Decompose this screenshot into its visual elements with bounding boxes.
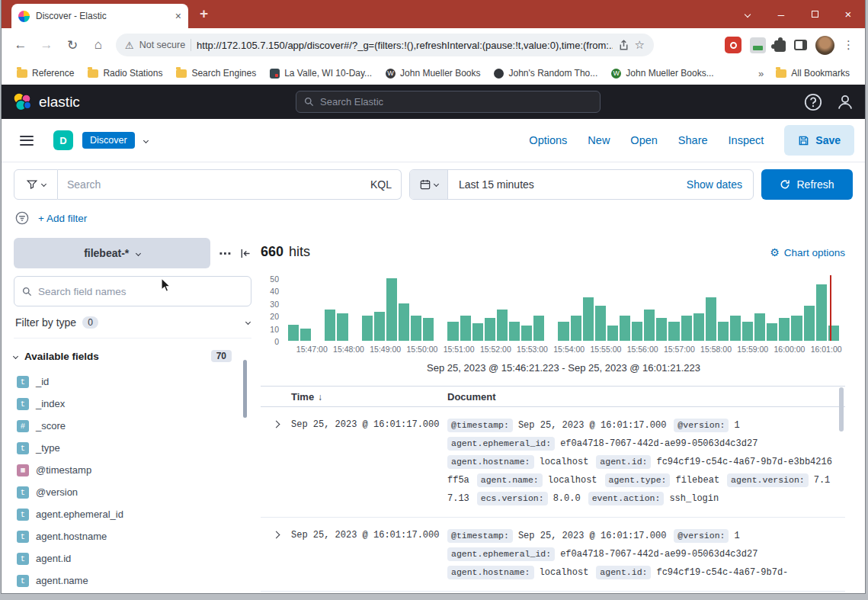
date-quick-select-button[interactable] [410, 170, 448, 199]
profile-avatar[interactable] [815, 36, 834, 55]
chart-options-button[interactable]: ⚙ Chart options [770, 246, 845, 258]
field-search-box[interactable] [14, 276, 251, 306]
histogram-chart[interactable]: 01020304050 15:47:0015:48:0015:49:0015:5… [261, 269, 845, 355]
time-column-header[interactable]: Time↓ [291, 391, 447, 403]
field-item[interactable]: #_score [14, 415, 251, 437]
add-filter-link[interactable]: + Add filter [38, 213, 87, 224]
field-name-badge[interactable]: agent.hostname: [447, 455, 534, 469]
extensions-puzzle-icon[interactable] [774, 40, 786, 52]
save-button[interactable]: Save [784, 125, 854, 156]
help-icon[interactable] [804, 93, 822, 111]
histogram-bar [791, 316, 802, 341]
field-name-badge[interactable]: agent.id: [596, 455, 651, 469]
side-panel-icon[interactable] [794, 40, 807, 50]
new-tab-button[interactable]: + [200, 5, 208, 22]
field-name-badge[interactable]: @version: [674, 419, 729, 432]
saved-query-menu-button[interactable] [14, 169, 58, 200]
field-item[interactable]: tagent.hostname [14, 525, 251, 547]
field-name-badge[interactable]: agent.version: [727, 473, 809, 487]
browser-menu-button[interactable]: ⋮ [843, 38, 854, 52]
home-button[interactable]: ⌂ [85, 32, 111, 58]
bookmark-item[interactable]: Search Engines [170, 66, 262, 81]
time-range-value[interactable]: Last 15 minutes [448, 178, 676, 191]
field-name-badge[interactable]: @version: [674, 529, 729, 543]
index-pattern-select[interactable]: filebeat-* [14, 238, 210, 268]
nav-link-options[interactable]: Options [529, 134, 567, 146]
field-name-badge[interactable]: agent.type: [605, 473, 671, 487]
field-item[interactable]: ▦@timestamp [14, 459, 251, 481]
field-name-badge[interactable]: agent.ephemeral_id: [447, 437, 555, 451]
field-name-badge[interactable]: agent.id: [596, 566, 651, 579]
field-name-badge[interactable]: agent.name: [477, 473, 543, 487]
user-menu-icon[interactable] [836, 93, 854, 111]
minimize-button[interactable]: – [764, 0, 798, 28]
bookmark-item[interactable]: Reference [11, 66, 80, 81]
field-item[interactable]: tagent.name [14, 570, 251, 592]
breadcrumb-chevron-icon[interactable] [143, 137, 149, 143]
field-name-badge[interactable]: ecs.version: [477, 492, 548, 505]
bookmarks-overflow-chevron[interactable]: » [752, 68, 770, 79]
field-name-badge[interactable]: event.action: [588, 492, 665, 505]
query-input-box[interactable]: KQL [58, 169, 402, 200]
field-item[interactable]: t_id [14, 371, 251, 393]
field-item[interactable]: t_index [14, 393, 251, 415]
adblock-extension-icon[interactable] [725, 37, 741, 53]
app-breadcrumb-badge[interactable]: Discover [82, 132, 135, 149]
filters-circle-icon[interactable] [15, 211, 29, 225]
field-item[interactable]: t@version [14, 481, 251, 503]
nav-link-new[interactable]: New [588, 134, 610, 146]
global-search-box[interactable] [296, 91, 601, 113]
reload-button[interactable]: ↻ [59, 32, 85, 58]
field-name-badge[interactable]: agent.ephemeral_id: [447, 547, 555, 561]
nav-link-open[interactable]: Open [630, 134, 657, 146]
field-name: @timestamp [36, 464, 91, 476]
elastic-logo[interactable]: elastic [12, 92, 80, 111]
bookmark-star-icon[interactable]: ☆ [635, 38, 645, 52]
menu-hamburger-icon[interactable] [20, 136, 34, 146]
histogram-bar [595, 306, 606, 341]
back-button[interactable]: ← [8, 32, 34, 58]
expand-row-button[interactable] [261, 416, 291, 427]
weather-icon [270, 69, 280, 79]
wordpress-icon: W [386, 69, 396, 79]
browser-tab[interactable]: Discover - Elastic × [11, 4, 188, 28]
bookmark-item[interactable]: John's Random Tho... [488, 66, 604, 81]
sidebar-scrollbar[interactable] [243, 360, 247, 418]
forward-button[interactable]: → [34, 32, 59, 58]
collapse-sidebar-icon[interactable] [240, 248, 251, 259]
close-button[interactable]: × [831, 0, 865, 28]
nav-link-share[interactable]: Share [678, 134, 708, 146]
field-name-badge[interactable]: agent.hostname: [447, 566, 534, 579]
field-item[interactable]: tagent.ephemeral_id [14, 503, 251, 525]
results-scrollbar[interactable] [839, 387, 844, 432]
expand-row-button[interactable] [261, 527, 291, 537]
share-icon[interactable] [618, 40, 629, 51]
maximize-button[interactable] [798, 0, 831, 28]
tab-search-chevron-icon[interactable] [731, 0, 764, 28]
bookmark-item[interactable]: WJohn Mueller Books [380, 66, 486, 81]
field-name-badge[interactable]: @timestamp: [447, 529, 513, 543]
nav-link-inspect[interactable]: Inspect [729, 134, 764, 146]
refresh-button[interactable]: Refresh [761, 169, 853, 200]
query-language-label[interactable]: KQL [370, 178, 392, 191]
y-tick-label: 40 [270, 287, 279, 296]
space-avatar[interactable]: D [53, 130, 73, 150]
field-item[interactable]: tagent.id [14, 547, 251, 570]
tab-close-icon[interactable]: × [175, 11, 181, 21]
query-input[interactable] [67, 178, 364, 191]
boxes-horizontal-icon[interactable] [219, 248, 231, 259]
filter-by-type-select[interactable]: Filter by type 0 [14, 306, 251, 339]
show-dates-link[interactable]: Show dates [676, 178, 753, 191]
field-search-input[interactable] [38, 286, 243, 297]
bookmark-item[interactable]: Radio Stations [82, 66, 168, 81]
url-text[interactable]: http://172.105.7.150/app/discover#/?_g=(… [197, 40, 612, 51]
bookmark-item[interactable]: WJohn Mueller Books... [605, 66, 719, 81]
field-name-badge[interactable]: @timestamp: [447, 419, 513, 432]
bookmark-item[interactable]: La Valle, WI 10-Day... [264, 66, 378, 81]
field-item[interactable]: t_type [14, 437, 251, 459]
all-bookmarks-button[interactable]: All Bookmarks [770, 66, 856, 81]
available-fields-header[interactable]: Available fields 70 [14, 348, 251, 364]
global-search-input[interactable] [320, 96, 592, 107]
address-bar[interactable]: ⚠ Not secure http://172.105.7.150/app/di… [116, 34, 654, 56]
extension-icon[interactable] [750, 37, 766, 53]
